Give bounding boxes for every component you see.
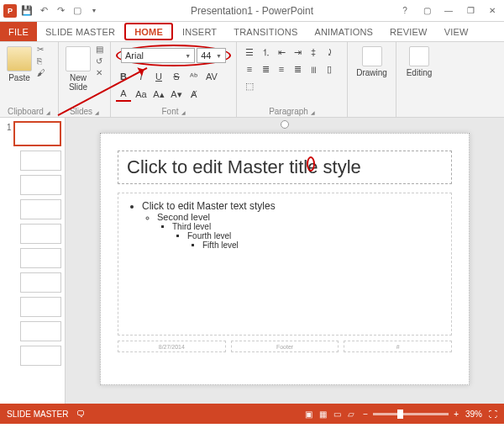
master-slide[interactable]: Click to edit Master title style Click t… [100, 133, 470, 385]
chevron-down-icon: ▼ [216, 53, 222, 59]
new-slide-icon [66, 46, 91, 71]
minimize-button[interactable]: — [438, 3, 459, 19]
chevron-down-icon: ▼ [185, 53, 191, 59]
new-slide-button[interactable]: New Slide [64, 45, 92, 93]
tab-view[interactable]: VIEW [436, 22, 477, 41]
date-placeholder[interactable]: 8/27/2014 [118, 341, 226, 352]
bullets-button[interactable]: ☰ [242, 45, 257, 60]
status-mode: SLIDE MASTER [7, 410, 68, 419]
justify-button[interactable]: ≣ [290, 61, 305, 77]
font-color-button[interactable]: A [116, 87, 131, 102]
delete-icon[interactable]: ✕ [96, 68, 103, 77]
layout-thumbnail[interactable] [20, 199, 61, 219]
font-name-select[interactable]: Arial ▼ [121, 48, 195, 63]
redo-icon[interactable]: ↷ [54, 4, 67, 18]
char-spacing-button[interactable]: AV [204, 69, 219, 84]
normal-view-icon[interactable]: ▣ [305, 410, 312, 419]
editing-button[interactable]: Editing [402, 45, 437, 79]
layout-thumbnail[interactable] [20, 321, 61, 341]
annotation-cursor-circle [307, 156, 315, 172]
ribbon-options-icon[interactable]: ▢ [417, 3, 437, 19]
change-case-button[interactable]: Aa [134, 87, 149, 102]
editing-icon [409, 46, 429, 66]
title-placeholder-text: Click to edit Master title style [127, 156, 361, 177]
tab-review[interactable]: REVIEW [381, 22, 436, 41]
zoom-in-button[interactable]: + [454, 410, 459, 419]
status-bar: SLIDE MASTER 🗨 ▣ ▦ ▭ ▱ − + 39% ⛶ [0, 404, 504, 424]
copy-icon[interactable]: ⎘ [37, 56, 45, 66]
underline-button[interactable]: U [151, 69, 166, 84]
font-size-select[interactable]: 44 ▼ [197, 48, 226, 63]
format-painter-icon[interactable]: 🖌 [37, 68, 45, 77]
columns-button[interactable]: ⫼ [306, 61, 321, 77]
layout-icon[interactable]: ▤ [96, 45, 103, 54]
drawing-button[interactable]: Drawing [353, 45, 391, 79]
align-right-button[interactable]: ≡ [274, 61, 289, 77]
font-name-value: Arial [125, 50, 144, 61]
thumb-number: 1 [7, 123, 12, 132]
layout-thumbnail[interactable] [20, 346, 61, 366]
list-item: Third level [172, 222, 441, 231]
zoom-out-button[interactable]: − [363, 410, 368, 419]
tab-transitions[interactable]: TRANSITIONS [225, 22, 306, 41]
rotate-handle[interactable] [281, 120, 289, 129]
tab-animations[interactable]: ANIMATIONS [306, 22, 381, 41]
list-item: Fourth level [187, 231, 441, 240]
comments-icon[interactable]: 🗨 [76, 410, 85, 419]
slideshow-view-icon[interactable]: ▱ [348, 410, 354, 419]
grow-font-button[interactable]: A▴ [151, 87, 166, 102]
ribbon-tabs: FILE SLIDE MASTER HOME INSERT TRANSITION… [0, 22, 504, 42]
fit-window-icon[interactable]: ⛶ [489, 410, 497, 419]
font-group-label: Font [111, 107, 236, 116]
slide-sorter-icon[interactable]: ▦ [319, 410, 327, 419]
shrink-font-button[interactable]: A▾ [169, 87, 184, 102]
zoom-slider[interactable] [373, 413, 449, 415]
drawing-icon [362, 46, 382, 66]
qat-dropdown-icon[interactable]: ▼ [87, 4, 101, 18]
tab-insert[interactable]: INSERT [174, 22, 225, 41]
footer-placeholder[interactable]: Footer [231, 341, 339, 352]
align-left-button[interactable]: ≡ [242, 61, 257, 77]
layout-thumbnail[interactable] [20, 297, 61, 317]
slide-master-thumbnail[interactable]: 1 [13, 121, 61, 146]
reset-icon[interactable]: ↺ [96, 56, 103, 66]
layout-thumbnail[interactable] [20, 248, 61, 268]
line-spacing-button[interactable]: ‡ [306, 45, 321, 60]
save-icon[interactable]: 💾 [20, 4, 34, 18]
cut-icon[interactable]: ✂ [37, 45, 45, 54]
reading-view-icon[interactable]: ▭ [333, 410, 341, 419]
paste-button[interactable]: Paste [5, 45, 34, 84]
list-item: Click to edit Master text styles [142, 200, 441, 212]
decrease-indent-button[interactable]: ⇤ [274, 45, 289, 60]
help-icon[interactable]: ? [395, 3, 415, 19]
slide-canvas[interactable]: Click to edit Master title style Click t… [66, 118, 504, 404]
layout-thumbnail[interactable] [20, 224, 61, 244]
tab-slide-master[interactable]: SLIDE MASTER [37, 22, 123, 41]
layout-thumbnail[interactable] [20, 272, 61, 293]
restore-button[interactable]: ❐ [460, 3, 480, 19]
title-placeholder[interactable]: Click to edit Master title style [118, 151, 452, 184]
tab-file[interactable]: FILE [0, 22, 37, 41]
close-button[interactable]: ✕ [482, 3, 502, 19]
start-slideshow-icon[interactable]: ▢ [71, 4, 84, 18]
body-placeholder[interactable]: Click to edit Master text styles Second … [118, 193, 452, 336]
shadow-button[interactable]: ᴬᵇ [186, 69, 202, 84]
clear-format-button[interactable]: A̸ [186, 87, 202, 102]
undo-icon[interactable]: ↶ [37, 4, 50, 18]
strikethrough-button[interactable]: S [169, 69, 184, 84]
text-direction-button[interactable]: ⤸ [322, 45, 337, 60]
zoom-value[interactable]: 39% [465, 410, 482, 419]
thumbnail-panel: 1 [0, 118, 66, 404]
layout-thumbnail[interactable] [20, 175, 61, 195]
convert-smartart-button[interactable]: ⬚ [242, 78, 257, 93]
align-text-button[interactable]: ▯ [322, 61, 337, 77]
align-center-button[interactable]: ≣ [258, 61, 273, 77]
slide-number-placeholder[interactable]: # [344, 341, 452, 352]
list-item: Fifth level [202, 240, 441, 250]
numbering-button[interactable]: ⒈ [258, 45, 273, 60]
layout-thumbnail[interactable] [20, 151, 61, 171]
increase-indent-button[interactable]: ⇥ [290, 45, 305, 60]
tab-home[interactable]: HOME [124, 23, 173, 40]
window-title: Presentation1 - PowerPoint [191, 5, 313, 17]
paragraph-group-label: Paragraph [237, 107, 347, 116]
